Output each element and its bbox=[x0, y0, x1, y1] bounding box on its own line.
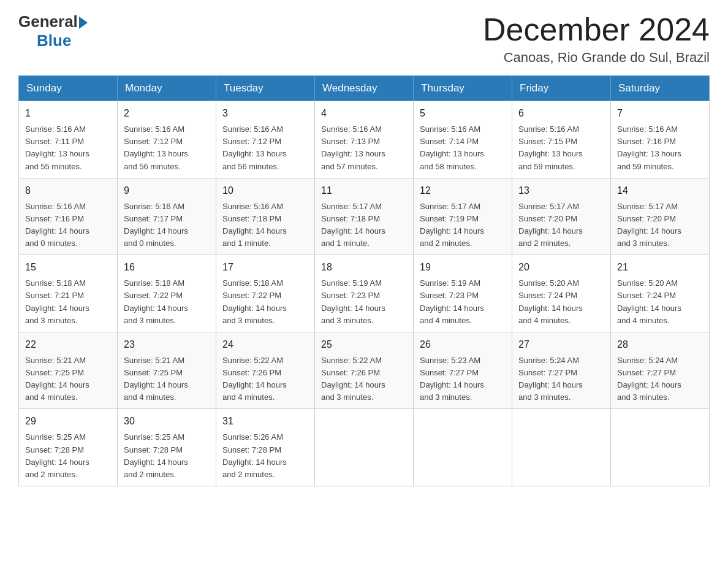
table-row: 18 Sunrise: 5:19 AMSunset: 7:23 PMDaylig… bbox=[315, 255, 414, 332]
day-info: Sunrise: 5:17 AMSunset: 7:18 PMDaylight:… bbox=[321, 201, 407, 250]
table-row: 1 Sunrise: 5:16 AMSunset: 7:11 PMDayligh… bbox=[19, 101, 118, 178]
day-info: Sunrise: 5:20 AMSunset: 7:24 PMDaylight:… bbox=[617, 277, 703, 327]
day-info: Sunrise: 5:19 AMSunset: 7:23 PMDaylight:… bbox=[420, 277, 506, 327]
logo: General Blue bbox=[18, 12, 88, 50]
col-saturday: Saturday bbox=[611, 76, 710, 101]
week-row-1: 1 Sunrise: 5:16 AMSunset: 7:11 PMDayligh… bbox=[19, 101, 710, 178]
day-number: 14 bbox=[617, 183, 703, 198]
day-number: 21 bbox=[617, 260, 703, 275]
table-row: 29 Sunrise: 5:25 AMSunset: 7:28 PMDaylig… bbox=[19, 409, 118, 486]
day-number: 25 bbox=[321, 337, 407, 352]
day-info: Sunrise: 5:17 AMSunset: 7:20 PMDaylight:… bbox=[518, 201, 604, 250]
table-row: 2 Sunrise: 5:16 AMSunset: 7:12 PMDayligh… bbox=[118, 101, 216, 178]
col-wednesday: Wednesday bbox=[315, 76, 414, 101]
day-info: Sunrise: 5:16 AMSunset: 7:14 PMDaylight:… bbox=[420, 123, 506, 173]
day-number: 6 bbox=[518, 106, 604, 121]
week-row-3: 15 Sunrise: 5:18 AMSunset: 7:21 PMDaylig… bbox=[19, 255, 710, 332]
table-row: 12 Sunrise: 5:17 AMSunset: 7:19 PMDaylig… bbox=[414, 178, 512, 255]
title-area: December 2024 Canoas, Rio Grande do Sul,… bbox=[483, 12, 710, 66]
logo-blue-text: Blue bbox=[37, 31, 71, 50]
day-number: 16 bbox=[124, 260, 210, 275]
day-number: 24 bbox=[222, 337, 308, 352]
table-row bbox=[512, 409, 611, 486]
calendar-header-row: Sunday Monday Tuesday Wednesday Thursday… bbox=[19, 76, 710, 101]
day-info: Sunrise: 5:23 AMSunset: 7:27 PMDaylight:… bbox=[420, 354, 506, 404]
day-number: 2 bbox=[124, 106, 210, 121]
day-number: 28 bbox=[617, 337, 703, 352]
day-info: Sunrise: 5:22 AMSunset: 7:26 PMDaylight:… bbox=[222, 354, 308, 404]
table-row: 8 Sunrise: 5:16 AMSunset: 7:16 PMDayligh… bbox=[19, 178, 118, 255]
col-monday: Monday bbox=[118, 76, 216, 101]
day-info: Sunrise: 5:16 AMSunset: 7:12 PMDaylight:… bbox=[222, 123, 308, 173]
table-row: 31 Sunrise: 5:26 AMSunset: 7:28 PMDaylig… bbox=[216, 409, 315, 486]
day-info: Sunrise: 5:18 AMSunset: 7:22 PMDaylight:… bbox=[222, 277, 308, 327]
day-info: Sunrise: 5:16 AMSunset: 7:15 PMDaylight:… bbox=[518, 123, 604, 173]
day-number: 23 bbox=[124, 337, 210, 352]
table-row: 3 Sunrise: 5:16 AMSunset: 7:12 PMDayligh… bbox=[216, 101, 315, 178]
table-row: 28 Sunrise: 5:24 AMSunset: 7:27 PMDaylig… bbox=[611, 332, 710, 409]
table-row: 11 Sunrise: 5:17 AMSunset: 7:18 PMDaylig… bbox=[315, 178, 414, 255]
table-row: 26 Sunrise: 5:23 AMSunset: 7:27 PMDaylig… bbox=[414, 332, 512, 409]
day-number: 18 bbox=[321, 260, 407, 275]
day-info: Sunrise: 5:24 AMSunset: 7:27 PMDaylight:… bbox=[617, 354, 703, 404]
col-tuesday: Tuesday bbox=[216, 76, 315, 101]
day-info: Sunrise: 5:17 AMSunset: 7:19 PMDaylight:… bbox=[420, 201, 506, 250]
week-row-2: 8 Sunrise: 5:16 AMSunset: 7:16 PMDayligh… bbox=[19, 178, 710, 255]
day-number: 30 bbox=[124, 414, 210, 429]
day-number: 26 bbox=[420, 337, 506, 352]
table-row: 24 Sunrise: 5:22 AMSunset: 7:26 PMDaylig… bbox=[216, 332, 315, 409]
day-number: 7 bbox=[617, 106, 703, 121]
day-number: 12 bbox=[420, 183, 506, 198]
day-info: Sunrise: 5:16 AMSunset: 7:17 PMDaylight:… bbox=[124, 201, 210, 250]
day-number: 31 bbox=[222, 414, 308, 429]
table-row: 9 Sunrise: 5:16 AMSunset: 7:17 PMDayligh… bbox=[118, 178, 216, 255]
day-number: 8 bbox=[25, 183, 111, 198]
day-number: 19 bbox=[420, 260, 506, 275]
table-row bbox=[611, 409, 710, 486]
table-row: 23 Sunrise: 5:21 AMSunset: 7:25 PMDaylig… bbox=[118, 332, 216, 409]
table-row: 22 Sunrise: 5:21 AMSunset: 7:25 PMDaylig… bbox=[19, 332, 118, 409]
table-row: 7 Sunrise: 5:16 AMSunset: 7:16 PMDayligh… bbox=[611, 101, 710, 178]
table-row: 10 Sunrise: 5:16 AMSunset: 7:18 PMDaylig… bbox=[216, 178, 315, 255]
table-row: 14 Sunrise: 5:17 AMSunset: 7:20 PMDaylig… bbox=[611, 178, 710, 255]
day-number: 22 bbox=[25, 337, 111, 352]
logo-general-text: General bbox=[18, 12, 78, 31]
day-info: Sunrise: 5:16 AMSunset: 7:12 PMDaylight:… bbox=[124, 123, 210, 173]
table-row: 17 Sunrise: 5:18 AMSunset: 7:22 PMDaylig… bbox=[216, 255, 315, 332]
day-info: Sunrise: 5:19 AMSunset: 7:23 PMDaylight:… bbox=[321, 277, 407, 327]
table-row: 4 Sunrise: 5:16 AMSunset: 7:13 PMDayligh… bbox=[315, 101, 414, 178]
col-sunday: Sunday bbox=[19, 76, 118, 101]
day-number: 11 bbox=[321, 183, 407, 198]
table-row: 6 Sunrise: 5:16 AMSunset: 7:15 PMDayligh… bbox=[512, 101, 611, 178]
day-info: Sunrise: 5:16 AMSunset: 7:16 PMDaylight:… bbox=[617, 123, 703, 173]
col-thursday: Thursday bbox=[414, 76, 512, 101]
table-row: 16 Sunrise: 5:18 AMSunset: 7:22 PMDaylig… bbox=[118, 255, 216, 332]
page-header: General Blue December 2024 Canoas, Rio G… bbox=[18, 12, 710, 66]
table-row bbox=[315, 409, 414, 486]
day-info: Sunrise: 5:16 AMSunset: 7:13 PMDaylight:… bbox=[321, 123, 407, 173]
day-info: Sunrise: 5:21 AMSunset: 7:25 PMDaylight:… bbox=[25, 354, 111, 404]
day-number: 15 bbox=[25, 260, 111, 275]
table-row: 5 Sunrise: 5:16 AMSunset: 7:14 PMDayligh… bbox=[414, 101, 512, 178]
day-number: 17 bbox=[222, 260, 308, 275]
table-row: 25 Sunrise: 5:22 AMSunset: 7:26 PMDaylig… bbox=[315, 332, 414, 409]
day-info: Sunrise: 5:16 AMSunset: 7:16 PMDaylight:… bbox=[25, 201, 111, 250]
day-number: 9 bbox=[124, 183, 210, 198]
table-row: 30 Sunrise: 5:25 AMSunset: 7:28 PMDaylig… bbox=[118, 409, 216, 486]
day-info: Sunrise: 5:26 AMSunset: 7:28 PMDaylight:… bbox=[222, 431, 308, 481]
day-number: 13 bbox=[518, 183, 604, 198]
table-row: 21 Sunrise: 5:20 AMSunset: 7:24 PMDaylig… bbox=[611, 255, 710, 332]
calendar-subtitle: Canoas, Rio Grande do Sul, Brazil bbox=[483, 50, 710, 66]
day-number: 10 bbox=[222, 183, 308, 198]
day-info: Sunrise: 5:25 AMSunset: 7:28 PMDaylight:… bbox=[124, 431, 210, 481]
day-info: Sunrise: 5:20 AMSunset: 7:24 PMDaylight:… bbox=[518, 277, 604, 327]
day-info: Sunrise: 5:21 AMSunset: 7:25 PMDaylight:… bbox=[124, 354, 210, 404]
day-info: Sunrise: 5:22 AMSunset: 7:26 PMDaylight:… bbox=[321, 354, 407, 404]
calendar-title: December 2024 bbox=[483, 12, 710, 47]
table-row: 27 Sunrise: 5:24 AMSunset: 7:27 PMDaylig… bbox=[512, 332, 611, 409]
day-info: Sunrise: 5:18 AMSunset: 7:21 PMDaylight:… bbox=[25, 277, 111, 327]
day-number: 3 bbox=[222, 106, 308, 121]
day-number: 1 bbox=[25, 106, 111, 121]
day-info: Sunrise: 5:16 AMSunset: 7:18 PMDaylight:… bbox=[222, 201, 308, 250]
table-row: 13 Sunrise: 5:17 AMSunset: 7:20 PMDaylig… bbox=[512, 178, 611, 255]
